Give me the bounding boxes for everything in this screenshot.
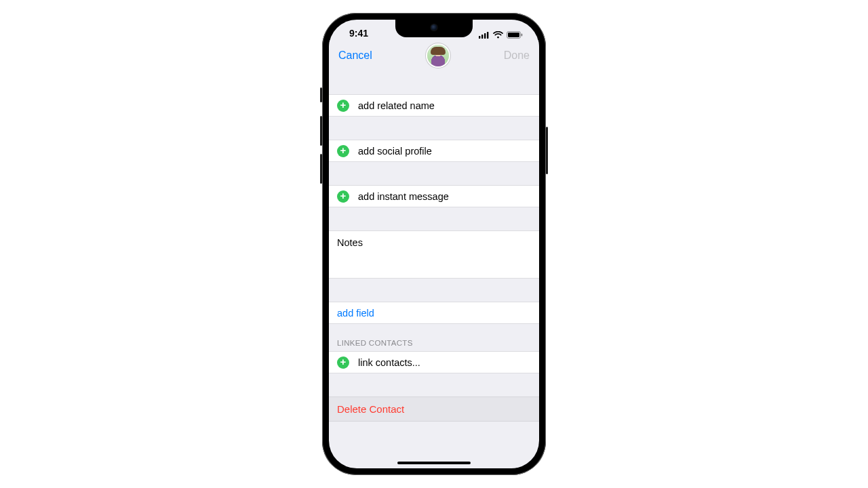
battery-icon xyxy=(507,31,523,39)
add-instant-message-label: add instant message xyxy=(358,191,449,202)
power-button xyxy=(546,127,548,174)
add-icon xyxy=(337,190,349,203)
screen: 9:41 xyxy=(329,20,539,468)
wifi-icon xyxy=(493,31,503,39)
contact-avatar[interactable] xyxy=(427,45,449,66)
linked-contacts-header: LINKED CONTACTS xyxy=(329,324,539,351)
home-indicator xyxy=(397,462,471,464)
delete-contact-label: Delete Contact xyxy=(337,403,404,415)
volume-down-button xyxy=(320,154,322,184)
add-social-profile-label: add social profile xyxy=(358,146,432,157)
notes-label: Notes xyxy=(337,237,363,248)
add-instant-message-row[interactable]: add instant message xyxy=(329,185,539,207)
svg-rect-5 xyxy=(508,33,519,37)
add-field-row[interactable]: add field xyxy=(329,302,539,324)
svg-rect-2 xyxy=(484,33,486,39)
add-social-profile-row[interactable]: add social profile xyxy=(329,140,539,162)
svg-rect-0 xyxy=(479,36,480,39)
add-field-label: add field xyxy=(337,308,374,319)
add-related-name-label: add related name xyxy=(358,100,435,111)
notch xyxy=(395,20,473,37)
svg-rect-1 xyxy=(481,35,483,39)
status-time: 9:41 xyxy=(342,28,368,39)
add-icon xyxy=(337,357,349,369)
volume-up-button xyxy=(320,116,322,146)
edit-contact-content: add related name add social profile add … xyxy=(329,71,539,468)
stage: 9:41 xyxy=(0,0,868,488)
add-icon xyxy=(337,100,349,112)
link-contacts-row[interactable]: link contacts... xyxy=(329,351,539,373)
phone-frame: 9:41 xyxy=(322,13,546,475)
add-icon xyxy=(337,145,349,157)
nav-bar: Cancel Done xyxy=(329,40,539,71)
delete-contact-row[interactable]: Delete Contact xyxy=(329,396,539,422)
svg-rect-3 xyxy=(487,32,488,39)
cellular-icon xyxy=(479,31,490,39)
add-related-name-row[interactable]: add related name xyxy=(329,94,539,117)
mute-switch xyxy=(320,87,322,102)
front-camera-icon xyxy=(431,24,437,30)
notes-field[interactable]: Notes xyxy=(329,230,539,279)
cancel-button[interactable]: Cancel xyxy=(338,49,372,62)
svg-rect-6 xyxy=(521,34,523,37)
done-button[interactable]: Done xyxy=(504,49,530,62)
link-contacts-label: link contacts... xyxy=(358,357,420,368)
